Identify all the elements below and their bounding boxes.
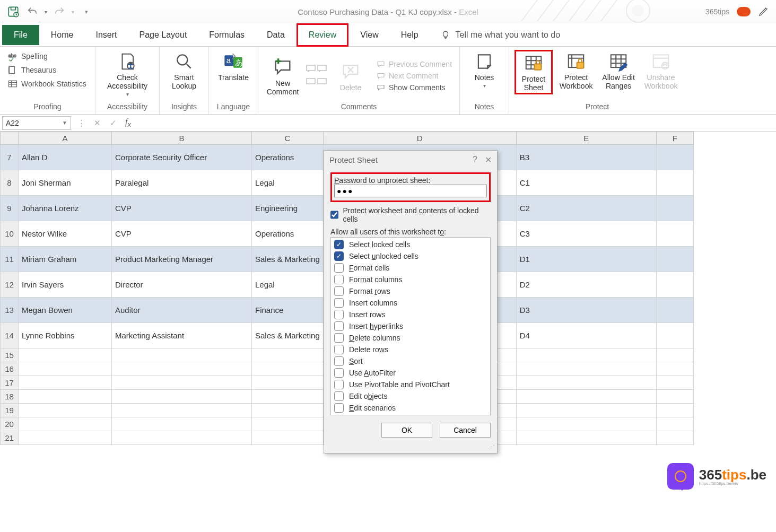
checkbox-icon[interactable]: ✓: [334, 251, 344, 261]
cell[interactable]: Legal: [252, 272, 324, 298]
thesaurus-button[interactable]: Thesaurus: [5, 64, 89, 76]
column-header[interactable]: C: [252, 132, 324, 145]
cell[interactable]: Irvin Sayers: [19, 272, 112, 298]
cell[interactable]: [516, 362, 656, 376]
cell[interactable]: [656, 431, 693, 445]
column-header[interactable]: D: [323, 132, 516, 145]
cell[interactable]: Engineering: [252, 196, 324, 221]
tab-review[interactable]: Review: [297, 23, 348, 47]
permission-option[interactable]: Edit objects: [333, 390, 488, 402]
cell[interactable]: [252, 348, 324, 362]
cell[interactable]: D2: [516, 272, 656, 298]
row-header[interactable]: 7: [1, 145, 19, 170]
comment-nav-icon[interactable]: [306, 65, 327, 76]
cell[interactable]: [252, 404, 324, 417]
cell[interactable]: [516, 431, 656, 445]
permission-option[interactable]: Insert rows: [333, 309, 488, 320]
cell[interactable]: [112, 376, 252, 390]
translate-button[interactable]: aあ Translate: [214, 50, 252, 82]
checkbox-icon[interactable]: [334, 298, 344, 308]
cell[interactable]: [112, 362, 252, 376]
undo-icon[interactable]: [25, 5, 39, 19]
tab-data[interactable]: Data: [256, 25, 295, 45]
row-header[interactable]: 14: [1, 323, 19, 348]
cell[interactable]: [656, 170, 693, 196]
cell[interactable]: [516, 404, 656, 417]
cell[interactable]: [19, 376, 112, 390]
permission-option[interactable]: ✓Select unlocked cells: [333, 250, 488, 262]
cell[interactable]: [656, 376, 693, 390]
cell[interactable]: D1: [516, 247, 656, 272]
cell[interactable]: [19, 417, 112, 431]
tab-home[interactable]: Home: [40, 25, 84, 45]
cell[interactable]: [252, 376, 324, 390]
cell[interactable]: [112, 348, 252, 362]
dialog-resize-handle[interactable]: ⋰: [324, 444, 497, 453]
cell[interactable]: Finance: [252, 298, 324, 323]
cell[interactable]: [656, 390, 693, 404]
cell[interactable]: [656, 348, 693, 362]
cell[interactable]: Director: [112, 272, 252, 298]
cell[interactable]: Auditor: [112, 298, 252, 323]
cell[interactable]: B3: [516, 145, 656, 170]
row-header[interactable]: 16: [1, 362, 19, 376]
cell[interactable]: [252, 431, 324, 445]
cell[interactable]: [19, 431, 112, 445]
permission-option[interactable]: ✓Select locked cells: [333, 239, 488, 250]
autosave-icon[interactable]: [6, 5, 20, 19]
cell[interactable]: Johanna Lorenz: [19, 196, 112, 221]
permission-options-list[interactable]: ✓Select locked cells✓Select unlocked cel…: [330, 237, 491, 415]
protect-workbook-button[interactable]: Protect Workbook: [557, 50, 595, 90]
cell[interactable]: [112, 390, 252, 404]
cell[interactable]: [252, 390, 324, 404]
protect-sheet-button[interactable]: Protect Sheet: [515, 50, 553, 94]
column-header[interactable]: A: [19, 132, 112, 145]
checkbox-icon[interactable]: [334, 333, 344, 343]
cell[interactable]: Allan D: [19, 145, 112, 170]
protect-contents-checkbox[interactable]: Protect worksheet and contents of locked…: [330, 204, 491, 225]
cell[interactable]: [112, 431, 252, 445]
row-header[interactable]: 12: [1, 272, 19, 298]
tab-formulas[interactable]: Formulas: [198, 25, 255, 45]
tab-file[interactable]: File: [2, 25, 39, 45]
checkbox-icon[interactable]: [334, 263, 344, 273]
new-comment-button[interactable]: New Comment: [264, 56, 302, 96]
cell[interactable]: [112, 404, 252, 417]
row-header[interactable]: 9: [1, 196, 19, 221]
password-input[interactable]: [334, 185, 487, 197]
cell[interactable]: [656, 272, 693, 298]
cell[interactable]: Product Marketing Manager: [112, 247, 252, 272]
cell[interactable]: [516, 376, 656, 390]
undo-dropdown-icon[interactable]: ▾: [45, 9, 47, 15]
cancel-button[interactable]: Cancel: [440, 423, 491, 438]
pen-icon[interactable]: [758, 5, 770, 19]
column-header[interactable]: F: [656, 132, 693, 145]
cell[interactable]: C1: [516, 170, 656, 196]
tab-page-layout[interactable]: Page Layout: [128, 25, 197, 45]
chevron-down-icon[interactable]: ▼: [62, 120, 67, 126]
cell[interactable]: [112, 417, 252, 431]
cell[interactable]: [19, 404, 112, 417]
checkbox-icon[interactable]: [334, 403, 344, 413]
permission-option[interactable]: Sort: [333, 355, 488, 367]
tab-insert[interactable]: Insert: [85, 25, 127, 45]
checkbox-icon[interactable]: [334, 368, 344, 378]
dialog-close-icon[interactable]: ✕: [485, 155, 492, 165]
row-header[interactable]: 13: [1, 298, 19, 323]
cancel-formula-icon[interactable]: ✕: [89, 118, 105, 128]
cell[interactable]: Corporate Security Officer: [112, 145, 252, 170]
formula-input[interactable]: [135, 119, 776, 127]
row-header[interactable]: 10: [1, 221, 19, 247]
allow-edit-ranges-button[interactable]: Allow Edit Ranges: [599, 50, 638, 90]
permission-option[interactable]: Delete rows: [333, 344, 488, 355]
ok-button[interactable]: OK: [381, 423, 432, 438]
permission-option[interactable]: Use AutoFilter: [333, 367, 488, 379]
workbook-stats-button[interactable]: Workbook Statistics: [5, 77, 89, 90]
cell[interactable]: [656, 404, 693, 417]
checkbox-icon[interactable]: [334, 286, 344, 296]
tell-me-search[interactable]: Tell me what you want to do: [441, 30, 560, 40]
tab-view[interactable]: View: [350, 25, 389, 45]
row-header[interactable]: 20: [1, 417, 19, 431]
cell[interactable]: C3: [516, 221, 656, 247]
cell[interactable]: [252, 362, 324, 376]
